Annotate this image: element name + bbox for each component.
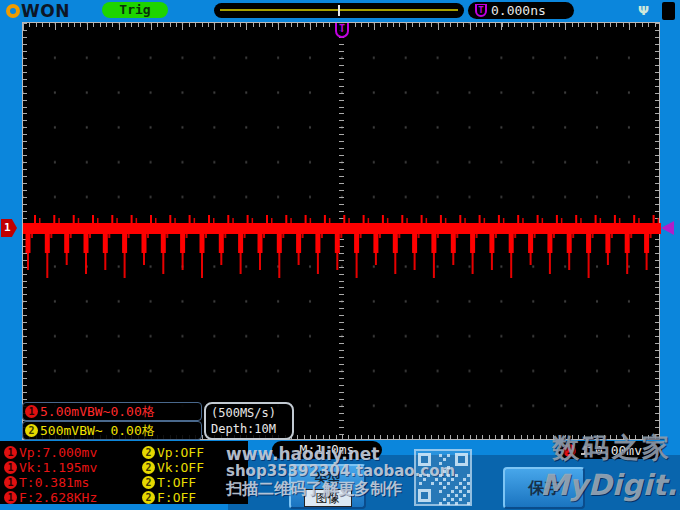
ch2-vp-measurement: 2 Vp:OFF [142,445,204,460]
ch1-period-measurement: 1 T:0.381ms [4,475,89,490]
measurement-value: F:OFF [157,490,196,505]
qr-finder-icon [455,453,468,466]
rising-edge-icon [580,445,592,456]
save-button[interactable]: 保存 [503,467,585,509]
ch2-period-measurement: 2 T:OFF [142,475,196,490]
save-type-label: 类型 [291,469,364,487]
ch2-frequency-measurement: 2 F:OFF [142,490,196,505]
timebase-readout: M:1.0ms [272,441,382,459]
ch2-badge: 2 [25,424,38,437]
owon-logo-text: WON [21,2,70,20]
trigger-level-arrow-icon[interactable] [661,221,674,235]
channel1-waveform [23,23,661,441]
measurement-value: T:OFF [157,475,196,490]
ch1-frequency-measurement: 1 F:2.628KHz [4,490,97,505]
measurement-value: T:0.381ms [19,475,89,490]
usb-icon: Ψ [638,3,649,18]
trigger-time-readout: T 0.000ns [468,2,574,19]
measurement-value: F:2.628KHz [19,490,97,505]
ch1-badge: 1 [4,491,17,504]
ch2-vk-measurement: 2 Vk:OFF [142,460,204,475]
acquisition-info-box: (500MS/s) Depth:10M [204,402,294,440]
trigger-position-t-marker[interactable]: T [335,23,349,38]
ch2-badge: 2 [142,476,155,489]
ch1-scale-readout: 1 5.00mVBW~0.00格 [22,402,202,421]
save-type-button[interactable]: 类型 图像 [289,464,366,509]
battery-icon [662,2,675,20]
ch2-scale-readout: 2 500mVBW~ 0.00格 [22,421,202,440]
ch1-badge: 1 [25,405,38,418]
owon-logo-o-icon [6,4,20,18]
qr-code-watermark [414,449,472,506]
trigger-source-badge: 1 [563,444,576,457]
trigger-t-icon: T [475,4,487,17]
trigger-status-badge: Trig [102,2,168,18]
ch1-vp-measurement: 1 Vp:7.000mv [4,445,97,460]
qr-finder-icon [418,489,431,502]
top-status-bar: WON Trig T 0.000ns Ψ [0,0,680,22]
trigger-level-value: 0.00mv [595,443,642,458]
qr-finder-icon [418,453,431,466]
ch2-badge: 2 [142,491,155,504]
ch1-badge: 1 [4,476,17,489]
save-type-value: 图像 [304,489,352,507]
sample-rate: (500MS/s) [211,405,292,421]
ch1-scale-text: 5.00mVBW~0.00格 [40,403,155,421]
memory-depth: Depth:10M [211,421,292,437]
ch2-scale-text: 500mVBW~ 0.00格 [40,422,155,440]
ch1-badge: 1 [4,461,17,474]
ch1-badge: 1 [4,446,17,459]
trigger-time-value: 0.000ns [491,2,546,19]
ch1-vk-measurement: 1 Vk:1.195mv [4,460,97,475]
measurement-value: Vk:OFF [157,460,204,475]
ch2-badge: 2 [142,446,155,459]
owon-logo: WON [6,2,70,20]
measurement-value: Vk:1.195mv [19,460,97,475]
horizontal-position-bar[interactable] [214,3,464,18]
measurement-value: Vp:7.000mv [19,445,97,460]
view-position-marker[interactable] [338,5,340,16]
ch2-badge: 2 [142,461,155,474]
trigger-level-readout: 1 0.00mv [558,441,662,459]
measurement-value: Vp:OFF [157,445,204,460]
oscilloscope-screen: { "top_bar": { "logo_text": "WON", "trig… [0,0,680,510]
waveform-display-area: T [22,22,660,440]
channel1-position-marker[interactable]: 1 [1,219,17,237]
